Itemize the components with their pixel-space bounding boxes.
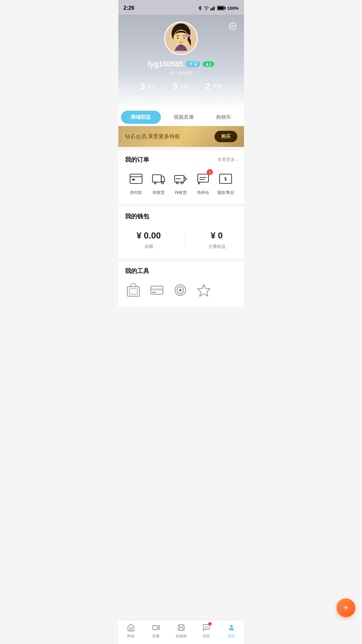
user-id: ID: 100585 [125,70,237,76]
wallet-balance-label: 余额 [144,244,153,250]
stat-following[interactable]: 3 关注 [132,81,165,92]
vip-buy-button[interactable]: 购买 [215,131,237,142]
star-tool-icon-wrap [195,282,212,299]
avatar-container [125,21,237,55]
svg-point-7 [232,25,234,27]
svg-rect-46 [152,292,156,293]
wallet-balance[interactable]: ¥ 0.00 余额 [136,230,161,250]
svg-marker-50 [198,285,210,296]
stat-fans[interactable]: 3 粉丝 [165,81,197,92]
tools-title: 我的工具 [125,267,149,275]
wallet-income-amount: ¥ 0 [210,230,223,241]
profile-header: lyg100585 1 ID: 100585 3 关注 3 粉丝 2 获赞 [118,15,244,109]
pending-delivery-icon-wrap [172,170,189,187]
gender-badge [186,61,200,67]
status-bar: 2:26 1 [118,0,244,15]
svg-rect-6 [225,7,226,9]
svg-rect-39 [198,174,208,182]
tab-mall-benefits[interactable]: 商城权益 [121,111,161,124]
svg-point-20 [184,40,187,42]
order-pending-review-label: 待评论 [197,190,209,196]
pending-payment-icon-wrap [128,170,144,187]
order-pending-review[interactable]: 1 待评论 [195,170,212,196]
wallet-streamer-income[interactable]: ¥ 0 主播收益 [208,230,226,250]
wallet-income-label: 主播收益 [208,244,226,250]
target-tool-icon-wrap [172,282,189,299]
stats-row: 3 关注 3 粉丝 2 获赞 [125,81,237,98]
svg-point-27 [194,62,197,65]
username: lyg100585 [148,60,183,68]
tool-card[interactable] [148,282,165,299]
svg-rect-1 [212,7,213,10]
order-refund[interactable]: ¥ 退款/售后 [217,170,234,196]
svg-rect-0 [210,8,212,10]
svg-text:¥: ¥ [224,176,227,182]
svg-rect-45 [151,288,163,290]
svg-point-35 [162,182,164,184]
avatar[interactable] [164,21,198,55]
svg-point-15 [183,37,185,39]
tool-shop[interactable] [125,282,142,299]
wallet-balance-amount: ¥ 0.00 [136,230,161,241]
tab-video-live[interactable]: 视频直播 [164,109,204,126]
refund-icon-wrap: ¥ [217,170,234,187]
order-pending-payment[interactable]: 待付款 [128,170,144,196]
svg-point-37 [176,182,178,184]
order-pending-payment-label: 待付款 [130,190,142,196]
my-orders-section: 我的订单 查看更多 › 待付款 [118,150,244,204]
tab-cart[interactable]: 购物车 [204,109,244,126]
svg-point-14 [177,37,179,39]
svg-point-16 [178,37,179,38]
svg-rect-2 [214,6,215,10]
svg-rect-3 [215,6,216,10]
order-pending-delivery-label: 待收货 [175,190,187,196]
svg-point-22 [187,35,189,37]
review-badge: 1 [207,169,213,175]
orders-more-link[interactable]: 查看更多 › [218,157,237,163]
svg-point-18 [180,39,182,40]
vip-banner: VIP 钻石会员,享受更多特权 购买 [118,126,244,147]
svg-rect-33 [153,175,161,182]
pending-review-icon-wrap: 1 [195,170,212,187]
username-row: lyg100585 1 [125,60,237,68]
wifi-icon [204,6,209,10]
orders-header: 我的订单 查看更多 › [125,156,237,164]
svg-point-38 [181,182,183,184]
tool-target[interactable] [172,282,189,299]
shop-tool-icon-wrap [125,282,142,299]
svg-rect-32 [132,179,135,180]
battery-icon [217,6,226,10]
svg-point-34 [154,182,156,184]
svg-rect-5 [218,7,224,10]
wallet-header: 我的钱包 [125,212,237,220]
svg-point-19 [174,40,177,42]
orders-icons-row: 待付款 待发货 [125,170,237,198]
status-icons: 100% [198,6,238,11]
order-pending-delivery[interactable]: 待收货 [172,170,189,196]
vip-watermark: VIP [122,130,141,143]
battery-percent: 100% [227,6,238,11]
my-tools-section: 我的工具 [118,262,244,307]
tool-star[interactable] [195,282,212,299]
tabs-container: 商城权益 视频直播 购物车 [118,109,244,126]
svg-point-17 [184,37,185,38]
status-time: 2:26 [124,5,134,11]
svg-point-49 [179,289,182,291]
signal-icon [210,6,216,10]
card-tool-icon-wrap [148,282,165,299]
svg-marker-30 [206,63,208,65]
wallet-row: ¥ 0.00 余额 ¥ 0 主播收益 [125,227,237,253]
stat-likes[interactable]: 2 获赞 [197,81,230,92]
order-refund-label: 退款/售后 [217,190,234,196]
orders-title: 我的订单 [125,156,149,164]
order-pending-shipment[interactable]: 待发货 [150,170,167,196]
my-wallet-section: 我的钱包 ¥ 0.00 余额 ¥ 0 主播收益 [118,207,244,258]
settings-button[interactable] [227,20,239,32]
level-badge: 1 [203,61,214,67]
svg-rect-31 [130,174,142,183]
order-pending-shipment-label: 待发货 [153,190,165,196]
tools-header: 我的工具 [125,267,237,275]
svg-rect-43 [129,289,137,294]
tools-icons-row [125,282,237,301]
svg-point-23 [189,63,192,65]
